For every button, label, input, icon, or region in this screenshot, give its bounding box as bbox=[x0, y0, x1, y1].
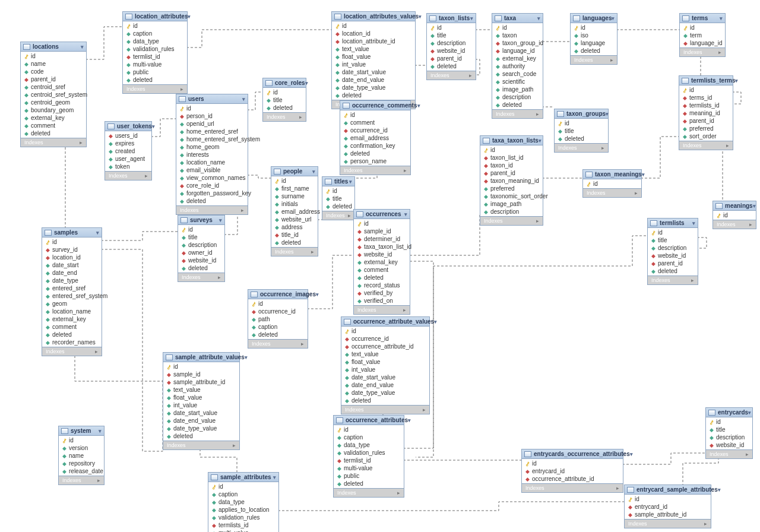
column[interactable]: ⚷id bbox=[680, 24, 725, 31]
column[interactable]: ◆taxon bbox=[492, 31, 543, 39]
entity-entrycard_sample_attributes[interactable]: entrycard_sample_attributes▾⚷id◆entrycar… bbox=[624, 484, 711, 528]
column[interactable]: ◆multi_value bbox=[208, 529, 278, 532]
indexes-section[interactable]: Indexes▸ bbox=[713, 220, 756, 229]
entity-header[interactable]: taxon_groups▾ bbox=[555, 109, 608, 119]
column[interactable]: ⚷id bbox=[492, 24, 543, 31]
column[interactable]: ◆deleted bbox=[248, 331, 308, 338]
column[interactable]: ◆description bbox=[648, 244, 698, 252]
column[interactable]: ◆float_value bbox=[341, 358, 429, 366]
indexes-section[interactable]: Indexes▸ bbox=[625, 519, 711, 528]
column[interactable]: ◆language_id bbox=[680, 39, 725, 47]
entity-header[interactable]: taxon_meanings▾ bbox=[583, 170, 641, 179]
entity-meanings[interactable]: meanings▾⚷idIndexes▸ bbox=[712, 201, 756, 229]
entity-header[interactable]: taxon_lists▾ bbox=[427, 14, 476, 23]
entity-taxa[interactable]: taxa▾⚷id◆taxon◆taxon_group_id◆language_i… bbox=[492, 13, 543, 119]
column[interactable]: ◆description bbox=[178, 241, 224, 249]
column[interactable]: ◆taxon_group_id bbox=[492, 39, 543, 47]
column[interactable]: ◆email_visible bbox=[176, 166, 248, 174]
column[interactable]: ◆caption bbox=[248, 323, 308, 331]
column[interactable]: ◆date_end_value bbox=[341, 381, 429, 389]
column[interactable]: ◆determiner_id bbox=[354, 235, 410, 243]
column[interactable]: ◆taxon_meaning_id bbox=[480, 177, 543, 185]
column[interactable]: ◆int_value bbox=[341, 366, 429, 373]
column[interactable]: ◆entered_sref bbox=[42, 284, 102, 292]
column[interactable]: ◆iso bbox=[571, 31, 617, 39]
column[interactable]: ◆description bbox=[427, 39, 476, 47]
column[interactable]: ◆centroid_geom bbox=[21, 99, 86, 106]
column[interactable]: ◆name bbox=[59, 452, 104, 460]
column[interactable]: ⚷id bbox=[713, 211, 756, 219]
column[interactable]: ◆data_type bbox=[123, 37, 187, 45]
column[interactable]: ◆date_type_value bbox=[332, 84, 415, 91]
column[interactable]: ⚷id bbox=[480, 146, 543, 154]
column[interactable]: ◆title bbox=[322, 195, 354, 202]
column[interactable]: ⚷id bbox=[21, 52, 86, 60]
column[interactable]: ◆termlist_id bbox=[123, 53, 187, 61]
column[interactable]: ◆deleted bbox=[322, 202, 354, 210]
column[interactable]: ◆comment bbox=[354, 266, 410, 274]
column[interactable]: ◆entered_sref_system bbox=[42, 292, 102, 300]
entity-languages[interactable]: languages▾⚷id◆iso◆language◆deletedIndexe… bbox=[570, 13, 618, 65]
column[interactable]: ⚷id bbox=[42, 238, 102, 246]
column[interactable]: ◆user_agent bbox=[105, 155, 151, 163]
indexes-section[interactable]: Indexes▸ bbox=[322, 211, 354, 220]
column[interactable]: ◆scientific bbox=[492, 78, 543, 86]
entity-header[interactable]: occurrence_attributes▾ bbox=[334, 416, 404, 425]
column[interactable]: ◆website_id bbox=[354, 251, 410, 258]
column[interactable]: ⚷id bbox=[332, 22, 415, 30]
column[interactable]: ◆location_name bbox=[176, 159, 248, 166]
column[interactable]: ⚷id bbox=[522, 460, 623, 467]
indexes-section[interactable]: Indexes▸ bbox=[341, 405, 429, 414]
entity-header[interactable]: sample_attribute_values▾ bbox=[163, 353, 239, 362]
entity-header[interactable]: location_attributes▾ bbox=[123, 12, 187, 21]
column[interactable]: ◆description bbox=[492, 93, 543, 101]
column[interactable]: ◆token bbox=[105, 163, 151, 170]
column[interactable]: ⚷id bbox=[706, 418, 752, 426]
entity-header[interactable]: occurrence_images▾ bbox=[248, 290, 308, 299]
column[interactable]: ⚷id bbox=[571, 24, 617, 31]
column[interactable]: ◆core_role_id bbox=[176, 182, 248, 189]
entity-header[interactable]: taxa_taxon_lists▾ bbox=[480, 136, 543, 145]
entity-header[interactable]: occurrences▾ bbox=[354, 210, 410, 219]
column[interactable]: ◆deleted bbox=[571, 47, 617, 55]
indexes-section[interactable]: Indexes▸ bbox=[679, 141, 733, 150]
column[interactable]: ◆date_end_value bbox=[332, 76, 415, 84]
column[interactable]: ◆name bbox=[21, 60, 86, 68]
column[interactable]: ◆parent_id bbox=[427, 55, 476, 62]
entity-samples[interactable]: samples▾⚷id◆survey_id◆location_id◆date_s… bbox=[42, 227, 102, 356]
column[interactable]: ◆text_value bbox=[341, 350, 429, 358]
entity-header[interactable]: entrycards_occurrence_attributes▾ bbox=[522, 449, 623, 459]
column[interactable]: ◆language bbox=[571, 39, 617, 47]
column[interactable]: ◆termlists_id bbox=[208, 521, 278, 529]
entity-header[interactable]: entrycard_sample_attributes▾ bbox=[625, 485, 711, 495]
column[interactable]: ◆title_id bbox=[271, 231, 318, 239]
column[interactable]: ◆deleted bbox=[332, 91, 415, 99]
entity-users[interactable]: users▾⚷id◆person_id◆openid_url◆home_ente… bbox=[176, 94, 248, 215]
column[interactable]: ⚷id bbox=[341, 327, 429, 335]
entity-header[interactable]: taxa▾ bbox=[492, 14, 543, 23]
entity-locations[interactable]: locations▾⚷id◆name◆code◆parent_id◆centro… bbox=[20, 42, 87, 147]
indexes-section[interactable]: Indexes▸ bbox=[522, 483, 623, 492]
column[interactable]: ◆sample_attribute_id bbox=[163, 378, 239, 386]
column[interactable]: ◆owner_id bbox=[178, 249, 224, 256]
entity-header[interactable]: surveys▾ bbox=[178, 216, 224, 225]
column[interactable]: ◆parent_id bbox=[679, 117, 733, 125]
indexes-section[interactable]: Indexes▸ bbox=[555, 143, 608, 152]
column[interactable]: ◆interests bbox=[176, 151, 248, 159]
column[interactable]: ◆termlists_id bbox=[679, 102, 733, 109]
entity-terms[interactable]: terms▾⚷id◆term◆language_idIndexes▸ bbox=[679, 13, 726, 57]
column[interactable]: ◆comment bbox=[42, 323, 102, 331]
column[interactable]: ◆taxon_list_id bbox=[480, 154, 543, 162]
entity-header[interactable]: people▾ bbox=[271, 167, 318, 176]
column[interactable]: ◆title bbox=[427, 31, 476, 39]
column[interactable]: ◆entrycard_id bbox=[522, 467, 623, 475]
entity-header[interactable]: core_roles▾ bbox=[263, 78, 306, 88]
column[interactable]: ⚷id bbox=[583, 180, 641, 188]
column[interactable]: ◆occurrence_id bbox=[248, 308, 308, 315]
column[interactable]: ⚷id bbox=[123, 22, 187, 30]
entity-header[interactable]: terms▾ bbox=[680, 14, 725, 23]
indexes-section[interactable]: Indexes▸ bbox=[105, 171, 151, 180]
entity-header[interactable]: samples▾ bbox=[42, 228, 102, 238]
indexes-section[interactable]: Indexes▸ bbox=[648, 276, 698, 284]
column[interactable]: ◆authority bbox=[492, 62, 543, 70]
